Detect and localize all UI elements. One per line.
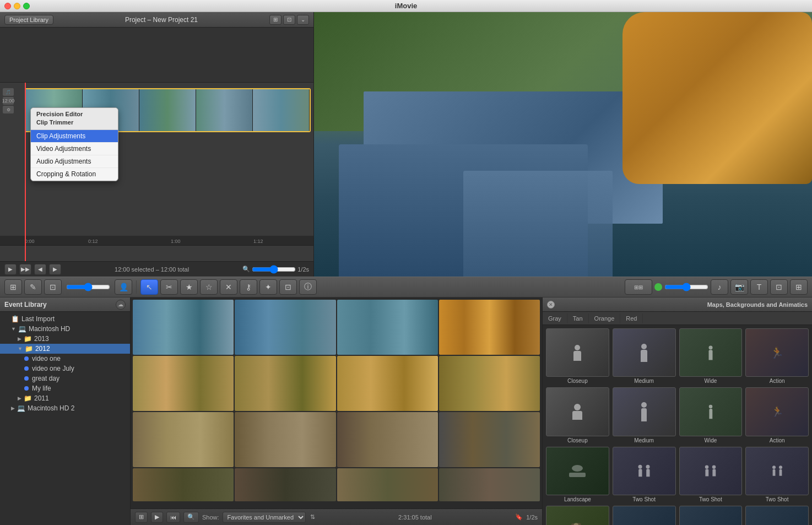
video-thumb-1-1[interactable]: [133, 300, 234, 355]
macintosh-hd-2-icon: 💻: [17, 404, 25, 412]
video-thumb-2-3[interactable]: [337, 356, 438, 411]
favorite-button[interactable]: ★: [180, 279, 198, 295]
menu-item-video-adjustments[interactable]: Video Adjustments: [31, 143, 118, 155]
view-mode-button[interactable]: ⊞: [4, 279, 22, 295]
tree-item-video-one[interactable]: video one: [0, 354, 130, 364]
tree-item-macintosh-hd-2[interactable]: ▶ 💻 Macintosh HD 2: [0, 403, 130, 413]
thumb-img-action-2: 🏃: [745, 387, 809, 436]
edit-mode-button[interactable]: ✎: [24, 279, 42, 295]
video-thumb-3-3[interactable]: [337, 412, 438, 467]
video-thumb-2-1[interactable]: [133, 356, 234, 411]
timeline-settings-btn[interactable]: ⚙: [3, 106, 14, 113]
size-slider[interactable]: [66, 283, 110, 291]
cat-tab-red[interactable]: Red: [620, 313, 643, 323]
camera-button[interactable]: 📷: [730, 279, 748, 295]
timeline-clip-btn[interactable]: 12:00: [3, 97, 14, 105]
play-fullscreen-button[interactable]: ▶▶: [19, 264, 31, 275]
tree-item-my-life[interactable]: My life: [0, 383, 130, 393]
project-settings-toggle[interactable]: ⌄: [297, 15, 309, 25]
video-thumb-4-1[interactable]: [133, 468, 234, 501]
play-button[interactable]: ▶: [4, 264, 17, 275]
menu-item-cropping-rotation[interactable]: Cropping & Rotation: [31, 168, 118, 181]
thumb-cell-two-shot-3[interactable]: Two Shot: [745, 447, 809, 502]
video-thumb-4-3[interactable]: [337, 468, 438, 501]
thumb-cell-medium-2[interactable]: Medium: [613, 387, 676, 443]
sil-medium-1: [641, 344, 647, 362]
event-search-button[interactable]: 🔍: [183, 512, 199, 523]
video-thumb-2-4[interactable]: [439, 356, 540, 411]
video-thumb-4-4[interactable]: [439, 468, 540, 501]
project-view-toggle[interactable]: ⊞: [269, 15, 282, 25]
thumb-cell-medium-1[interactable]: Medium: [613, 328, 676, 384]
thumb-cell-two-shot-2[interactable]: Two Shot: [679, 447, 743, 502]
video-thumb-3-1[interactable]: [133, 412, 234, 467]
project-display-toggle[interactable]: ⊡: [283, 15, 295, 25]
trim-tool-button[interactable]: ✂: [160, 279, 178, 295]
2011-arrow: ▶: [18, 396, 21, 401]
close-button[interactable]: [4, 3, 11, 9]
tree-item-macintosh-hd[interactable]: ▼ 💻 Macintosh HD: [0, 324, 130, 334]
menu-item-clip-adjustments[interactable]: Clip Adjustments: [31, 130, 118, 143]
tree-item-2013[interactable]: ▶ 📁 2013: [0, 334, 130, 344]
tree-item-2012[interactable]: ▼ 📁 2012: [0, 344, 130, 354]
adjust-button[interactable]: ⊡: [44, 279, 62, 295]
person-icon-button[interactable]: 👤: [115, 279, 132, 295]
thumb-cell-group-2[interactable]: Group: [679, 506, 743, 525]
thumb-cell-wide-2[interactable]: Wide: [679, 387, 743, 443]
tree-item-video-one-july[interactable]: video one July: [0, 364, 130, 374]
cloud-sync-button[interactable]: ☁: [116, 300, 126, 310]
thumb-cell-animal[interactable]: 🐕 Animal: [546, 506, 609, 525]
timeline-nav-right[interactable]: ▶: [49, 264, 61, 275]
video-thumb-1-2[interactable]: [235, 300, 335, 355]
reject-button[interactable]: ✕: [220, 279, 237, 295]
info-button[interactable]: ⓘ: [299, 279, 317, 295]
unfavorite-button[interactable]: ☆: [200, 279, 218, 295]
right-slider[interactable]: [664, 283, 708, 291]
clip-view-toggle[interactable]: ⊞⊞: [625, 279, 652, 295]
thumb-cell-group-1[interactable]: Group: [613, 506, 676, 525]
thumb-cell-closeup-2[interactable]: Closeup: [546, 387, 609, 443]
thumb-cell-two-shot-1[interactable]: Two Shot: [613, 447, 676, 502]
fullscreen-button[interactable]: [23, 3, 30, 9]
thumb-cell-wide-1[interactable]: Wide: [679, 328, 743, 384]
music-note-button[interactable]: ♪: [711, 279, 728, 295]
video-thumb-1-4[interactable]: [439, 300, 540, 355]
cat-tab-tan[interactable]: Tan: [567, 313, 589, 323]
keyword-button[interactable]: ⚷: [240, 279, 257, 295]
video-thumb-2-2[interactable]: [235, 356, 335, 411]
cat-tab-orange[interactable]: Orange: [589, 313, 621, 323]
maps-button[interactable]: ⊞: [790, 279, 808, 295]
crop-button[interactable]: ⊡: [279, 279, 297, 295]
timeline-nav-left[interactable]: ◀: [34, 264, 46, 275]
video-thumb-1-3[interactable]: [337, 300, 438, 355]
thumb-cell-landscape[interactable]: Landscape: [546, 447, 609, 502]
timeline-audio-btn[interactable]: 🎵: [3, 88, 14, 96]
cat-tab-gray[interactable]: Gray: [543, 313, 567, 323]
thumb-cell-closeup-1[interactable]: Closeup: [546, 328, 609, 384]
text-button[interactable]: T: [750, 279, 768, 295]
enhance-button[interactable]: ✦: [259, 279, 277, 295]
event-import-button[interactable]: ⊞: [135, 512, 148, 523]
video-thumb-4-2[interactable]: [235, 468, 335, 501]
2012-label: 2012: [35, 345, 50, 353]
tree-item-2011[interactable]: ▶ 📁 2011: [0, 393, 130, 403]
minimize-button[interactable]: [14, 3, 20, 9]
cursor-tool-button[interactable]: ↖: [140, 279, 158, 295]
transition-button[interactable]: ⊡: [770, 279, 788, 295]
event-rewind-button[interactable]: ⏮: [166, 512, 180, 523]
event-play-button[interactable]: ▶: [151, 512, 163, 523]
project-library-button[interactable]: Project Library: [4, 15, 53, 25]
event-library-tree: 📋 Last Import ▼ 💻 Macintosh HD ▶ 📁 2013: [0, 312, 130, 525]
timeline-area[interactable]: 🎵 12:00 ⚙ Precision Editor Clip T: [0, 83, 313, 261]
right-panel-close-button[interactable]: ✕: [547, 301, 555, 308]
show-select[interactable]: Favorites and Unmarked All Clips Favorit…: [223, 512, 306, 523]
video-thumb-3-2[interactable]: [235, 412, 335, 467]
thumb-cell-group-3[interactable]: Group: [745, 506, 809, 525]
tree-item-great-day[interactable]: great day: [0, 374, 130, 383]
video-thumb-3-4[interactable]: [439, 412, 540, 467]
thumb-cell-action-2[interactable]: 🏃 Action: [745, 387, 809, 443]
zoom-slider[interactable]: [252, 265, 296, 274]
thumb-cell-action-1[interactable]: 🏃 Action: [745, 328, 809, 384]
tree-item-last-import[interactable]: 📋 Last Import: [0, 314, 130, 324]
menu-item-audio-adjustments[interactable]: Audio Adjustments: [31, 155, 118, 168]
